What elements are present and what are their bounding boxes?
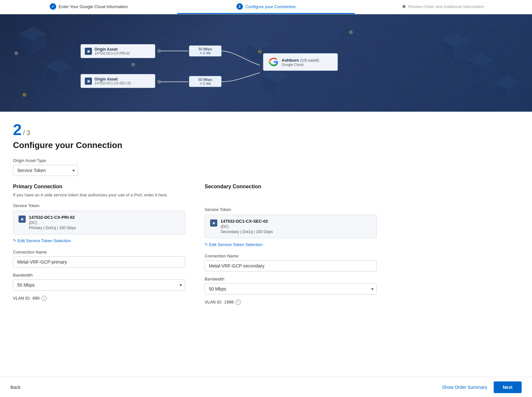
connections-grid: Primary Connection If you have an A-side… bbox=[13, 184, 377, 305]
secondary-token-icon: ▣ bbox=[210, 219, 217, 227]
google-cloud-icon bbox=[269, 57, 279, 67]
secondary-token-details: Secondary | Dot1q | 100 Gbps bbox=[221, 230, 273, 234]
show-order-summary-link[interactable]: Show Order Summary bbox=[442, 385, 487, 390]
back-button[interactable]: Back bbox=[10, 385, 20, 390]
secondary-token-name: 147532-DC1-CX-SEC-02 bbox=[221, 219, 273, 224]
primary-connection-name-input[interactable] bbox=[13, 256, 185, 267]
secondary-edit-icon: ✎ bbox=[205, 242, 208, 247]
step-3-dot bbox=[402, 5, 406, 8]
origin-2-title: Origin Asset bbox=[95, 77, 131, 81]
secondary-connection-name-input[interactable] bbox=[205, 260, 377, 271]
secondary-edit-token-link[interactable]: ✎ Edit Service Token Selection bbox=[205, 242, 263, 247]
origin-2-icon: ▣ bbox=[85, 78, 92, 85]
secondary-edit-label: Edit Service Token Selection bbox=[209, 242, 263, 247]
cloud-region: (US-east4) bbox=[300, 58, 319, 63]
step-1-icon: ✓ bbox=[50, 3, 56, 10]
origin-1-subtitle: 147532-DC1-CX-PRI-02 bbox=[95, 52, 130, 55]
step-number: 2 bbox=[13, 122, 22, 138]
secondary-bandwidth-label: Bandwidth bbox=[205, 277, 377, 281]
secondary-token-location: (DC) bbox=[221, 224, 273, 229]
primary-edit-label: Edit Service Token Selection bbox=[18, 238, 71, 243]
primary-connection-name-label: Connection Name bbox=[13, 250, 185, 254]
bandwidth-secondary-value: 50 Mbps bbox=[193, 78, 218, 81]
primary-vlan-label: VLAN ID: bbox=[13, 296, 31, 301]
primary-edit-token-link[interactable]: ✎ Edit Service Token Selection bbox=[13, 238, 71, 243]
origin-asset-type-label: Origin Asset Type bbox=[13, 158, 377, 163]
step-2-icon: 2 bbox=[236, 3, 243, 10]
main-content: 2 / 3 Configure your Connection Origin A… bbox=[0, 112, 390, 315]
step-3[interactable]: Review Order and Additional Information bbox=[355, 0, 532, 14]
origin-node-1: ▣ Origin Asset 147532-DC1-CX-PRI-02 bbox=[81, 44, 155, 58]
page-title: Configure your Connection bbox=[13, 140, 377, 150]
secondary-connection-section: Secondary Connection Service Token ▣ 147… bbox=[205, 184, 377, 305]
cloud-subtitle: Google Cloud bbox=[282, 63, 319, 67]
secondary-vlan-row: VLAN ID: 1998 i bbox=[205, 300, 377, 305]
primary-edit-icon: ✎ bbox=[13, 238, 16, 243]
latency-primary-value: < 1 ms bbox=[193, 51, 218, 55]
secondary-connection-name-group: Connection Name bbox=[205, 254, 377, 271]
secondary-token-card: ▣ 147532-DC1-CX-SEC-02 (DC) Secondary | … bbox=[205, 215, 377, 238]
cloud-node: Ashburn (US-east4) Google Cloud bbox=[263, 53, 338, 71]
footer-right: Show Order Summary Next bbox=[442, 381, 522, 393]
primary-token-card: ▣ 147532-DC1-CX-PRI-02 (DC) Primary | Do… bbox=[13, 211, 185, 234]
diagram-nodes: ▣ Origin Asset 147532-DC1-CX-PRI-02 ▣ Or… bbox=[0, 14, 532, 112]
secondary-vlan-info-symbol: i bbox=[238, 300, 238, 304]
secondary-vlan-info-icon[interactable]: i bbox=[235, 300, 241, 305]
primary-bandwidth-label: Bandwidth bbox=[13, 273, 185, 278]
step-2-label: Configure your Connection bbox=[246, 4, 296, 9]
network-diagram: ▣ Origin Asset 147532-DC1-CX-PRI-02 ▣ Or… bbox=[0, 14, 532, 112]
primary-connection-title: Primary Connection bbox=[13, 184, 185, 190]
secondary-service-token-label: Service Token bbox=[205, 207, 377, 212]
step-2[interactable]: 2 Configure your Connection bbox=[177, 0, 355, 14]
origin-1-title: Origin Asset bbox=[95, 47, 130, 52]
bandwidth-primary-value: 50 Mbps bbox=[193, 47, 218, 51]
primary-bandwidth-group: Bandwidth 10 Mbps 50 Mbps 100 Mbps 500 M… bbox=[13, 273, 185, 291]
secondary-bandwidth-select[interactable]: 10 Mbps 50 Mbps 100 Mbps 500 Mbps 1 Gbps bbox=[205, 283, 377, 294]
primary-vlan-row: VLAN ID: 890 i bbox=[13, 296, 185, 301]
secondary-connection-name-label: Connection Name bbox=[205, 254, 377, 258]
primary-token-location: (DC) bbox=[29, 220, 76, 225]
step-1[interactable]: ✓ Enter Your Google Cloud Information bbox=[0, 0, 177, 14]
bandwidth-box-primary: 50 Mbps < 1 ms bbox=[189, 45, 222, 56]
step-total: / 3 bbox=[23, 129, 30, 137]
origin-asset-select-wrapper: Service Token Port Virtual Device ▾ bbox=[13, 165, 78, 176]
primary-token-name: 147532-DC1-CX-PRI-02 bbox=[29, 215, 76, 220]
primary-token-details: Primary | Dot1q | 100 Gbps bbox=[29, 226, 76, 230]
secondary-vlan-value: 1998 bbox=[224, 300, 234, 304]
primary-vlan-info-symbol: i bbox=[44, 296, 44, 300]
footer: Back Show Order Summary Next bbox=[0, 377, 532, 397]
origin-node-2: ▣ Origin Asset 147532-DC1-CX-SEC-02 bbox=[81, 74, 155, 88]
secondary-vlan-label: VLAN ID: bbox=[205, 300, 222, 304]
primary-bandwidth-select[interactable]: 10 Mbps 50 Mbps 100 Mbps 500 Mbps 1 Gbps bbox=[13, 279, 185, 291]
primary-token-icon: ▣ bbox=[19, 216, 26, 223]
primary-connection-section: Primary Connection If you have an A-side… bbox=[13, 184, 185, 305]
cloud-title: Ashburn bbox=[282, 58, 299, 63]
secondary-bandwidth-group: Bandwidth 10 Mbps 50 Mbps 100 Mbps 500 M… bbox=[205, 277, 377, 294]
origin-asset-select[interactable]: Service Token Port Virtual Device bbox=[13, 165, 78, 176]
latency-secondary-value: < 1 ms bbox=[193, 81, 218, 85]
primary-bandwidth-select-wrapper: 10 Mbps 50 Mbps 100 Mbps 500 Mbps 1 Gbps… bbox=[13, 279, 185, 291]
step-3-label: Review Order and Additional Information bbox=[408, 4, 484, 9]
primary-connection-desc: If you have an A-side service token that… bbox=[13, 192, 185, 198]
origin-asset-type-group: Origin Asset Type Service Token Port Vir… bbox=[13, 158, 377, 176]
primary-vlan-value: 890 bbox=[32, 296, 40, 301]
origin-1-icon: ▣ bbox=[85, 48, 92, 55]
primary-connection-name-group: Connection Name bbox=[13, 250, 185, 267]
next-button[interactable]: Next bbox=[494, 381, 522, 393]
secondary-bandwidth-select-wrapper: 10 Mbps 50 Mbps 100 Mbps 500 Mbps 1 Gbps… bbox=[205, 283, 377, 294]
secondary-connection-title: Secondary Connection bbox=[205, 184, 377, 190]
primary-vlan-info-icon[interactable]: i bbox=[42, 296, 47, 301]
origin-2-subtitle: 147532-DC1-CX-SEC-02 bbox=[95, 81, 131, 85]
bandwidth-box-secondary: 50 Mbps < 1 ms bbox=[189, 76, 222, 87]
primary-service-token-label: Service Token bbox=[13, 203, 185, 208]
stepper: ✓ Enter Your Google Cloud Information 2 … bbox=[0, 0, 532, 14]
step-1-label: Enter Your Google Cloud Information bbox=[59, 4, 128, 9]
step-counter: 2 / 3 bbox=[13, 122, 377, 138]
